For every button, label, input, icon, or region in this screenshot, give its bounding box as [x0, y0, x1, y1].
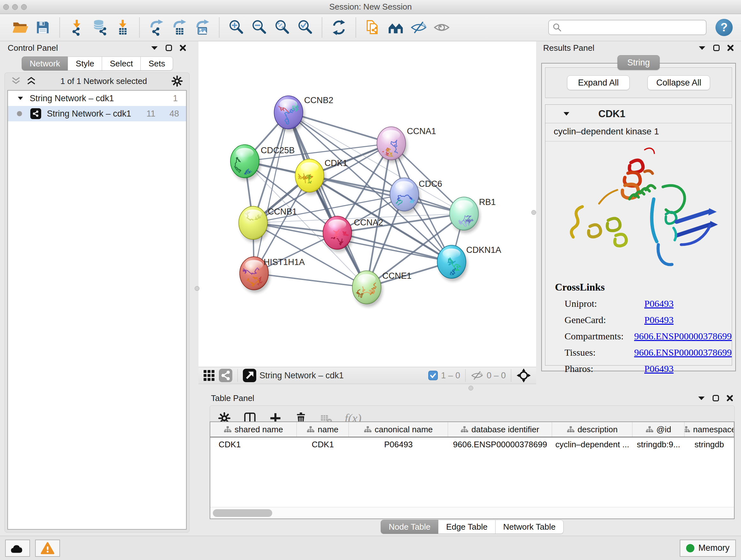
node-label-CCNB2: CCNB2 — [304, 96, 333, 105]
close-window-icon[interactable] — [3, 4, 9, 10]
column-header--id[interactable]: @id — [632, 422, 684, 437]
tab-edge-table[interactable]: Edge Table — [438, 520, 495, 534]
search-input[interactable] — [564, 23, 702, 32]
cell-shared-name[interactable]: CDK1 — [210, 440, 297, 449]
float-panel-icon[interactable] — [698, 46, 706, 51]
duplicate-network-icon[interactable] — [363, 18, 382, 37]
zoom-fit-icon[interactable] — [273, 18, 291, 37]
collapse-all-networks-icon[interactable] — [10, 76, 21, 86]
node-HIST1H1A[interactable]: HIST1H1A — [240, 257, 305, 293]
refresh-view-icon[interactable] — [330, 18, 348, 37]
import-network-file-icon[interactable] — [67, 18, 86, 37]
network-badge-icon[interactable] — [219, 369, 232, 382]
cell-description[interactable]: cyclin–dependent ... — [552, 440, 632, 449]
maximize-panel-icon[interactable] — [713, 44, 720, 51]
collapse-all-button[interactable]: Collapse All — [648, 75, 710, 90]
scrollbar-thumb[interactable] — [213, 509, 272, 517]
search-box[interactable] — [548, 20, 706, 35]
column-header-name[interactable]: name — [297, 422, 349, 437]
cell-namespace[interactable]: stringdb — [684, 440, 734, 449]
import-table-file-icon[interactable] — [113, 18, 132, 37]
expand-all-button[interactable]: Expand All — [567, 75, 630, 90]
toolbar-separator — [139, 17, 140, 37]
network-options-gear-icon[interactable] — [171, 75, 184, 87]
horizontal-splitter-handle[interactable] — [468, 386, 473, 390]
cell-name[interactable]: CDK1 — [297, 440, 349, 449]
expand-all-networks-icon[interactable] — [26, 76, 37, 86]
float-panel-icon[interactable] — [697, 396, 705, 401]
crosslink-link[interactable]: 9606.ENSP00000378699 — [634, 347, 732, 358]
open-session-icon[interactable] — [10, 18, 29, 37]
table-horizontal-scrollbar[interactable] — [210, 507, 734, 518]
crosslink-link[interactable]: 9606.ENSP00000378699 — [634, 331, 732, 341]
column-header-shared-name[interactable]: shared name — [210, 422, 297, 437]
maximize-panel-icon[interactable] — [165, 44, 172, 51]
node-RB1[interactable]: RB1 — [450, 197, 496, 233]
help-button[interactable]: ? — [716, 19, 733, 36]
import-network-database-icon[interactable] — [90, 18, 109, 37]
zoom-in-icon[interactable] — [227, 18, 246, 37]
tab-select[interactable]: Select — [102, 57, 141, 71]
string-network-graph[interactable]: CCNB2 CCNA1 CDC25B CDK1 CDC6 RB1 CCNB1 — [203, 43, 531, 367]
zoom-out-icon[interactable] — [250, 18, 268, 37]
node-table: shared namenamecanonical namedatabase id… — [210, 422, 735, 519]
fit-selected-crosshair-icon[interactable] — [516, 368, 531, 383]
node-CDC6[interactable]: CDC6 — [390, 178, 442, 214]
tab-string[interactable]: String — [617, 55, 660, 70]
export-table-icon[interactable] — [170, 18, 189, 37]
column-header-canonical-name[interactable]: canonical name — [349, 422, 448, 437]
control-panel-titlebar: Control Panel — [3, 42, 191, 54]
selected-nodes-checkbox-icon[interactable] — [428, 371, 438, 380]
tab-network-table[interactable]: Network Table — [495, 520, 563, 534]
save-session-icon[interactable] — [33, 18, 52, 37]
zoom-window-icon[interactable] — [21, 4, 27, 10]
grid-view-icon[interactable] — [204, 370, 214, 381]
cell-canonical-name[interactable]: P06493 — [349, 440, 448, 449]
show-all-icon[interactable] — [432, 18, 451, 37]
maximize-panel-icon[interactable] — [712, 395, 719, 401]
tab-network[interactable]: Network — [22, 57, 68, 71]
crosslink-row: Tissues: 9606.ENSP00000378699 — [555, 347, 732, 358]
memory-button[interactable]: Memory — [680, 540, 736, 557]
column-header-namespace[interactable]: namespace — [684, 422, 734, 437]
column-header-database-identifier[interactable]: database identifier — [448, 422, 552, 437]
tab-style[interactable]: Style — [68, 57, 102, 71]
network-overview-icon[interactable] — [387, 18, 405, 37]
hide-selected-icon[interactable] — [409, 18, 428, 37]
gene-header[interactable]: CDK1 — [545, 105, 732, 123]
crosslink-link[interactable]: P06493 — [644, 363, 674, 374]
warnings-button[interactable] — [35, 540, 60, 557]
zoom-selected-icon[interactable] — [296, 18, 314, 37]
table-row[interactable]: CDK1CDK1P064939606.ENSP00000378699cyclin… — [210, 437, 734, 451]
left-splitter-handle[interactable] — [195, 286, 199, 291]
tab-sets[interactable]: Sets — [140, 57, 173, 71]
close-panel-icon[interactable] — [179, 44, 186, 51]
gene-expander-icon[interactable] — [563, 112, 569, 116]
window-title: Session: New Session — [0, 2, 741, 12]
network-row[interactable]: String Network – cdk1 11 48 — [8, 106, 186, 121]
collection-expander-icon[interactable] — [17, 97, 23, 100]
cloud-status-button[interactable] — [5, 540, 30, 557]
network-collection-row[interactable]: String Network – cdk1 1 — [8, 91, 186, 106]
node-CDKN1A[interactable]: CDKN1A — [437, 245, 501, 281]
right-splitter-handle[interactable] — [531, 210, 536, 215]
column-header-description[interactable]: description — [552, 422, 632, 437]
network-view-canvas[interactable]: CCNB2 CCNA1 CDC25B CDK1 CDC6 RB1 CCNB1 — [199, 42, 536, 367]
node-CCNB1[interactable]: CCNB1 — [239, 206, 297, 242]
close-panel-icon[interactable] — [726, 395, 733, 401]
crosslink-link[interactable]: P06493 — [644, 298, 674, 309]
minimize-window-icon[interactable] — [12, 4, 18, 10]
float-panel-icon[interactable] — [151, 46, 158, 51]
cell--id[interactable]: stringdb:9... — [632, 440, 684, 449]
tab-node-table[interactable]: Node Table — [381, 520, 439, 534]
crosslink-link[interactable]: P06493 — [644, 314, 674, 325]
node-label-CCNB1: CCNB1 — [268, 207, 297, 216]
node-label-CDC25B: CDC25B — [261, 145, 295, 155]
birdseye-view-icon[interactable] — [243, 369, 256, 382]
node-CDK1[interactable]: CDK1 — [295, 159, 347, 195]
export-image-icon[interactable] — [193, 18, 212, 37]
export-network-icon[interactable] — [147, 18, 165, 37]
cell-database-identifier[interactable]: 9606.ENSP00000378699 — [448, 440, 552, 449]
close-panel-icon[interactable] — [727, 44, 734, 51]
network-node-count: 11 — [146, 109, 155, 119]
